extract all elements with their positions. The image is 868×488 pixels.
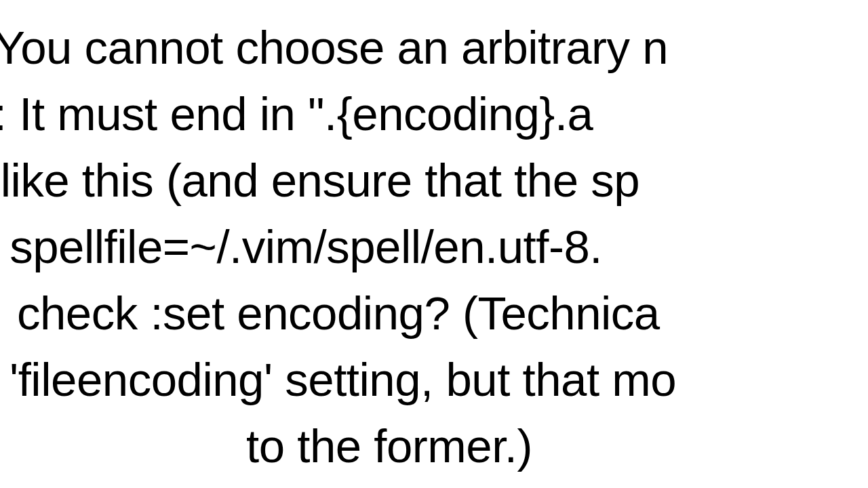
text-line-7: to the former.) (246, 413, 532, 480)
text-line-3: k like this (and ensure that the sp (0, 148, 639, 214)
text-line-4: set spellfile=~/.vim/spell/en.utf-8. (0, 214, 602, 281)
text-line-5: check :set encoding? (Technica (17, 281, 660, 347)
text-line-1: You cannot choose an arbitrary n (0, 15, 668, 81)
text-line-6: 'fileencoding' setting, but that mo (9, 347, 676, 413)
text-line-2: ays: It must end in ".{encoding}.a (0, 81, 593, 148)
